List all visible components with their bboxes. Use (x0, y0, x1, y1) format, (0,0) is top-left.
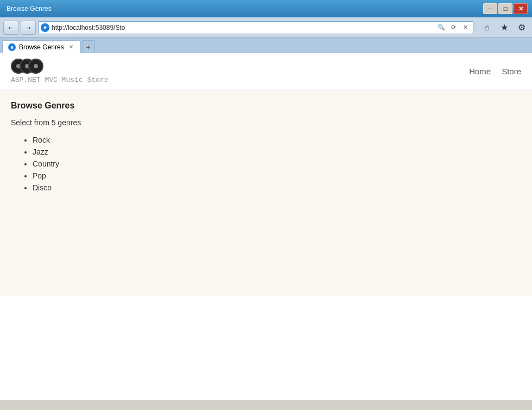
page-heading: Browse Genres (11, 101, 521, 111)
list-item[interactable]: Disco (33, 183, 521, 192)
title-bar: Browse Genres ─ □ ✕ (0, 0, 532, 17)
minimize-button[interactable]: ─ (483, 3, 497, 14)
maximize-button[interactable]: □ (498, 3, 512, 14)
site-header: ASP.NET MVC Music Store Home Store (0, 53, 532, 90)
tab-ie-icon: e (8, 43, 16, 51)
site-nav: Home Store (469, 67, 521, 76)
close-button[interactable]: ✕ (514, 3, 528, 14)
list-item[interactable]: Rock (33, 136, 521, 144)
logo-wrap: ASP.NET MVC Music Store (11, 59, 108, 84)
stop-icon[interactable]: ✕ (460, 22, 471, 33)
main-content: Browse Genres Select from 5 genres RockJ… (0, 90, 532, 296)
genre-list: RockJazzCountryPopDisco (11, 136, 521, 192)
genre-subtitle: Select from 5 genres (11, 118, 521, 127)
list-item[interactable]: Country (33, 159, 521, 168)
nav-store[interactable]: Store (502, 67, 521, 76)
refresh-icon[interactable]: ⟳ (448, 22, 459, 33)
window-title: Browse Genres (7, 5, 52, 12)
address-input-wrap: e http://localhost:53089/Sto 🔍 ⟳ ✕ (38, 21, 473, 34)
tab-bar: e Browse Genres ✕ + (0, 38, 532, 53)
browser-content: ASP.NET MVC Music Store Home Store Brows… (0, 53, 532, 410)
address-buttons: 🔍 ⟳ ✕ (436, 22, 471, 33)
back-button[interactable]: ← (3, 21, 18, 35)
list-item[interactable]: Jazz (33, 148, 521, 156)
browser-window: Browse Genres ─ □ ✕ ← → e http://localho… (0, 0, 532, 410)
tab-label: Browse Genres (19, 43, 64, 51)
list-item[interactable]: Pop (33, 171, 521, 180)
website: ASP.NET MVC Music Store Home Store Brows… (0, 53, 532, 400)
address-bar: ← → e http://localhost:53089/Sto 🔍 ⟳ ✕ ⌂… (0, 17, 532, 38)
favorites-icon[interactable]: ★ (497, 21, 511, 35)
logo-discs (11, 59, 108, 74)
toolbar-right: ⌂ ★ ⚙ (476, 21, 529, 35)
search-icon[interactable]: 🔍 (436, 22, 447, 33)
home-icon[interactable]: ⌂ (480, 21, 494, 35)
disc-3 (28, 59, 43, 74)
new-tab-button[interactable]: + (82, 40, 95, 53)
tab-close-icon[interactable]: ✕ (67, 43, 75, 51)
window-controls: ─ □ ✕ (483, 3, 528, 14)
settings-icon[interactable]: ⚙ (515, 21, 529, 35)
ie-icon: e (41, 23, 49, 32)
forward-button[interactable]: → (21, 21, 36, 35)
nav-home[interactable]: Home (469, 67, 491, 76)
address-text[interactable]: http://localhost:53089/Sto (52, 24, 434, 31)
title-bar-left: Browse Genres (4, 5, 52, 12)
active-tab[interactable]: e Browse Genres ✕ (2, 40, 81, 53)
footer-area (0, 400, 532, 410)
site-title: ASP.NET MVC Music Store (11, 76, 108, 84)
